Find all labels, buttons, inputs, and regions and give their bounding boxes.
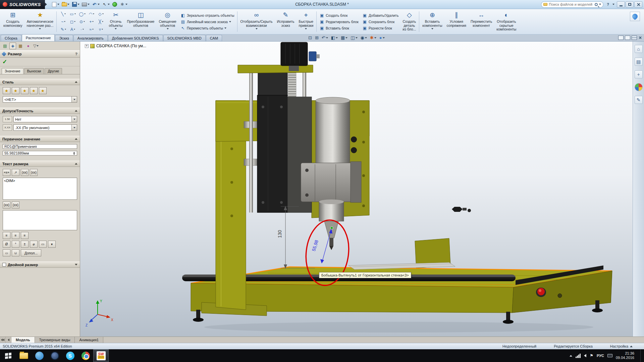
close-button[interactable] xyxy=(634,1,642,8)
style-delete-button[interactable]: ★ xyxy=(21,87,29,94)
spline-surface-tool-button[interactable]: ≈ xyxy=(87,26,96,33)
move-entities-button[interactable]: ↖ Переместить объекты xyxy=(180,25,234,31)
taskbar-app[interactable] xyxy=(47,349,62,362)
featuremanager-tree-icon[interactable]: ▤ xyxy=(2,43,8,49)
help-button[interactable]: ? xyxy=(606,2,610,6)
configurationmanager-icon[interactable]: ▦ xyxy=(17,43,24,49)
tolerance-dropdown-button[interactable] xyxy=(71,116,77,122)
edit-appearance-button[interactable]: ✱ xyxy=(369,35,377,41)
taskbar-skype[interactable]: S xyxy=(62,349,78,362)
plusminus-symbol-button[interactable]: ± xyxy=(21,241,29,248)
save-button[interactable] xyxy=(71,1,80,7)
propertymanager-icon[interactable]: ◈ xyxy=(9,43,16,49)
dimension-text-input-2[interactable] xyxy=(3,210,77,230)
circle-tool-button[interactable]: ◯ xyxy=(77,10,87,18)
tolerance-section-header[interactable]: Допуск/Точность xyxy=(0,108,80,114)
tab-model[interactable]: Модель xyxy=(11,337,35,343)
undo-button[interactable]: ↶ xyxy=(91,1,100,7)
show-hidden-components-button[interactable]: ◐ Отобразить скрытые компоненты xyxy=(494,10,518,34)
tab-other[interactable]: Другие xyxy=(45,68,62,74)
graphics-area[interactable]: 130 55,98 Y xyxy=(80,42,633,337)
tab-evaluate[interactable]: Анализировать xyxy=(73,35,108,41)
select-button[interactable]: ↖ xyxy=(101,1,110,7)
align-left-button[interactable]: ≡ xyxy=(3,232,10,239)
tab-assembly[interactable]: Сборка xyxy=(1,35,21,41)
precision-dropdown[interactable]: .XX (По умолчанию) xyxy=(13,124,77,131)
filter-icon[interactable]: ▽ xyxy=(33,43,39,49)
polygon-tool-button[interactable]: ◇ xyxy=(96,10,105,18)
clock[interactable]: 21:36 09.04.2016 xyxy=(616,351,637,360)
custom-properties-icon[interactable]: ✎ xyxy=(635,96,643,104)
menu-expand-icon[interactable] xyxy=(45,3,47,6)
tab-leaders[interactable]: Выноски xyxy=(24,68,44,74)
new-document-button[interactable] xyxy=(51,1,60,7)
tab-value[interactable]: Значение xyxy=(2,68,23,74)
network-icon[interactable] xyxy=(576,354,581,358)
dual-dimension-section-header[interactable]: Двойной размер xyxy=(0,261,80,268)
align-right-button[interactable]: ≡ xyxy=(21,232,29,239)
action-center-icon[interactable]: ⚑ xyxy=(590,353,593,358)
style-dropdown-button[interactable] xyxy=(71,97,77,102)
repair-sketch-button[interactable]: ✎ Исправить эскиз xyxy=(275,10,297,34)
arc-tool-button[interactable]: ◠ xyxy=(87,10,96,18)
insert-block-button[interactable]: ▣ Вставить блок xyxy=(319,25,359,31)
taskbar-file-explorer[interactable] xyxy=(16,349,32,362)
tab-3d-views[interactable]: Трехмерные виды xyxy=(35,337,75,343)
move-component-button[interactable]: ↔ Переместить компонент xyxy=(469,10,494,34)
degree-symbol-button[interactable]: ° xyxy=(12,241,19,248)
dim-angle-button[interactable]: ↗ xyxy=(12,169,19,176)
restore-button[interactable] xyxy=(626,1,634,8)
tab-layout[interactable]: Расположение xyxy=(22,34,55,41)
feature-tree-root[interactable]: + СБОРКА СТАНКА (По ум... xyxy=(85,44,146,48)
dimension-text-section-header[interactable]: Текст размера xyxy=(0,161,80,167)
single-view-button[interactable] xyxy=(618,36,624,40)
search-icon[interactable] xyxy=(595,3,598,6)
convert-entities-button[interactable]: ◫ Преобразование объектов xyxy=(125,10,156,34)
style-default-button[interactable]: ★ xyxy=(3,87,10,94)
add-remove-block-button[interactable]: ▣ Добавить/Удалить xyxy=(362,13,398,18)
dual-dimension-checkbox[interactable] xyxy=(2,263,6,266)
offset-entities-button[interactable]: ◎ Смещение объектов xyxy=(157,10,178,34)
insert-components-button[interactable]: ⊕ Вставить компоненты xyxy=(420,10,444,34)
tab-animation1[interactable]: Анимация1 xyxy=(75,337,103,343)
xx-button-1[interactable]: (xx) xyxy=(3,201,10,208)
spline-tool-button[interactable]: ~ xyxy=(59,18,68,25)
appearances-icon[interactable]: ● xyxy=(635,83,643,91)
save-block-button[interactable]: ▣ Сохранить блок xyxy=(362,19,398,24)
value-spinner[interactable] xyxy=(73,152,75,155)
primary-value-section-header[interactable]: Первичное значение xyxy=(0,136,80,142)
hide-show-items-button[interactable]: ◉ xyxy=(360,35,368,41)
fit-button[interactable]: ⊔ xyxy=(12,249,19,256)
volume-icon[interactable] xyxy=(584,354,586,357)
taskbar-solidworks[interactable]: SW 2015 xyxy=(93,349,109,362)
taskbar-internet-explorer[interactable] xyxy=(32,349,47,362)
rebuild-button[interactable] xyxy=(111,1,118,7)
tab-solidworks-addins[interactable]: Добавления SOLIDWORKS xyxy=(108,35,163,41)
solidworks-resources-button[interactable] xyxy=(630,12,640,21)
help-menu-icon[interactable] xyxy=(612,4,614,5)
taskbar-browser[interactable] xyxy=(78,349,93,362)
tab-cam[interactable]: CAM xyxy=(206,35,222,41)
tab-sketch[interactable]: Эскиз xyxy=(55,35,73,41)
tab-solidworks-mbd[interactable]: SOLIDWORKS MBD xyxy=(163,35,206,41)
floating-part[interactable] xyxy=(452,207,471,212)
more-sketch-tools-button[interactable]: ▿ xyxy=(96,26,105,33)
zoom-to-fit-button[interactable]: ⊡ xyxy=(307,35,313,41)
style-section-header[interactable]: Стиль xyxy=(0,79,80,85)
style-add-button[interactable]: ★ xyxy=(12,87,19,94)
square-symbol-button[interactable]: ▭ xyxy=(39,241,47,248)
search-box[interactable] xyxy=(541,1,603,8)
panel-help-button[interactable]: ? xyxy=(75,52,77,56)
precision-dropdown-button[interactable] xyxy=(71,125,77,130)
minimize-button[interactable] xyxy=(617,1,625,8)
open-button[interactable] xyxy=(61,1,70,7)
text-tool-button[interactable]: ✎ xyxy=(59,26,68,33)
print-button[interactable] xyxy=(81,1,90,7)
design-library-icon[interactable]: ▤ xyxy=(635,58,643,66)
annotation-tool-button[interactable]: A xyxy=(68,26,77,33)
diameter-symbol-button[interactable]: Ø xyxy=(3,241,10,248)
quick-snaps-button[interactable]: ⌖ Быстрые привязки xyxy=(297,10,315,34)
style-load-button[interactable]: ★ xyxy=(39,87,47,94)
ellipse-tool-button[interactable]: ⊙ xyxy=(77,18,87,25)
first-tab-button[interactable] xyxy=(0,337,6,343)
